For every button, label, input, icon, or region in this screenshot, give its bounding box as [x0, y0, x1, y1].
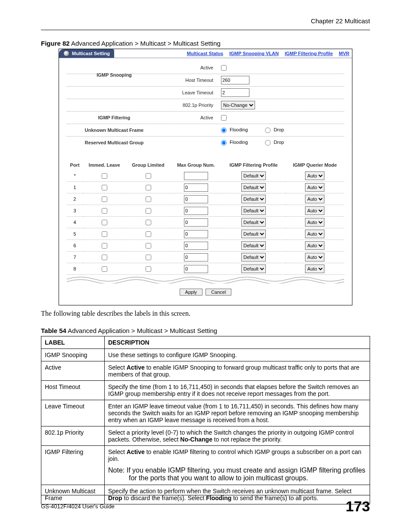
select-igmp-querier-mode[interactable]: Auto — [305, 206, 324, 215]
apply-button[interactable]: Apply — [180, 289, 203, 296]
desc-header-row: LABEL DESCRIPTION — [41, 336, 370, 349]
select-igmp-filtering-profile[interactable]: Default — [241, 171, 266, 180]
cell-description: Specify the time (from 1 to 16,711,450) … — [105, 381, 370, 400]
select-igmp-querier-mode[interactable]: Auto — [305, 241, 324, 250]
input-max-group-num[interactable] — [184, 242, 208, 250]
checkbox-immed-leave[interactable] — [102, 266, 107, 272]
select-igmp-filtering-profile[interactable]: Default — [241, 230, 266, 238]
select-igmp-querier-mode[interactable]: Auto — [305, 230, 324, 238]
input-host-timeout[interactable] — [221, 76, 249, 84]
table-row: 802.1p PrioritySelect a priority level (… — [41, 426, 370, 446]
select-igmp-filtering-profile[interactable]: Default — [241, 183, 266, 192]
table-row: 5DefaultAuto — [67, 228, 344, 240]
input-leave-timeout[interactable] — [221, 88, 249, 97]
input-max-group-num[interactable] — [184, 195, 208, 203]
checkbox-group-limited[interactable] — [146, 208, 151, 214]
tab-links: Multicast Status IGMP Snooping VLAN IGMP… — [184, 49, 352, 58]
radio-reserved-drop[interactable]: Drop — [265, 140, 284, 146]
label-host-timeout: Host Timeout — [162, 78, 221, 83]
select-igmp-filtering-profile[interactable]: Default — [241, 241, 266, 250]
select-igmp-filtering-profile[interactable]: Default — [241, 218, 266, 227]
select-igmp-querier-mode[interactable]: Auto — [305, 218, 324, 227]
radio-label: Drop — [274, 127, 284, 132]
row-reserved-multicast-group: Reserved Multicast Group Flooding Drop — [67, 137, 344, 149]
select-igmp-querier-mode[interactable]: Auto — [305, 253, 324, 261]
cancel-button[interactable]: Cancel — [206, 289, 231, 296]
table-row: 6DefaultAuto — [67, 240, 344, 252]
page-number: 173 — [346, 498, 370, 515]
link-igmp-filtering-profile[interactable]: IGMP Filtering Profile — [285, 51, 333, 56]
checkbox-immed-leave[interactable] — [102, 185, 107, 190]
input-max-group-num[interactable] — [184, 207, 208, 215]
input-max-group-num[interactable] — [184, 230, 208, 238]
input-max-group-num[interactable] — [184, 265, 208, 273]
footer-guide-name: GS-4012F/4024 User's Guide — [41, 503, 115, 510]
input-max-group-num[interactable] — [184, 184, 208, 192]
checkbox-immed-leave[interactable] — [102, 255, 107, 260]
cell-label: Leave Timeout — [41, 400, 105, 426]
cell-port: 5 — [67, 228, 83, 240]
checkbox-immed-leave[interactable] — [102, 231, 107, 237]
select-8021p-priority[interactable]: No-Change — [221, 101, 255, 109]
checkbox-group-limited[interactable] — [146, 173, 151, 179]
cell-description: Select Active to enable IGMP Snooping to… — [105, 361, 370, 381]
checkbox-igmp-snooping-active[interactable] — [221, 65, 227, 71]
checkbox-group-limited[interactable] — [146, 196, 151, 202]
checkbox-group-limited[interactable] — [146, 243, 151, 249]
th-max-group-num: Max Group Num. — [170, 160, 221, 170]
checkbox-immed-leave[interactable] — [102, 243, 107, 249]
select-igmp-filtering-profile[interactable]: Default — [241, 264, 266, 273]
th-description: DESCRIPTION — [105, 336, 370, 349]
th-igmp-querier-mode: IGMP Querier Mode — [286, 160, 344, 170]
checkbox-group-limited[interactable] — [146, 231, 151, 237]
radio-reserved-flooding[interactable]: Flooding — [221, 140, 248, 146]
tab-multicast-setting[interactable]: Multicast Setting — [59, 49, 114, 58]
group-label-unknown-multicast: Unknown Multicast Frame — [67, 128, 162, 133]
table-row: IGMP FilteringSelect Active to enable IG… — [41, 446, 370, 485]
radio-unknown-flooding[interactable]: Flooding — [221, 127, 248, 133]
table-row: 8DefaultAuto — [67, 263, 344, 275]
select-igmp-querier-mode[interactable]: Auto — [305, 183, 324, 192]
ports-table: Port Immed. Leave Group Limited Max Grou… — [67, 160, 344, 275]
label-active: Active — [162, 65, 221, 70]
checkbox-igmp-filtering-active[interactable] — [221, 115, 227, 121]
select-igmp-filtering-profile[interactable]: Default — [241, 206, 266, 215]
table-row: Leave TimeoutEnter an IGMP leave timeout… — [41, 400, 370, 426]
th-igmp-filtering-profile: IGMP Filtering Profile — [221, 160, 285, 170]
checkbox-immed-leave[interactable] — [102, 173, 107, 179]
table-number: Table 54 — [41, 327, 66, 334]
select-igmp-querier-mode[interactable]: Auto — [305, 264, 324, 273]
checkbox-group-limited[interactable] — [146, 220, 151, 225]
select-igmp-filtering-profile[interactable]: Default — [241, 195, 266, 203]
cell-port: 2 — [67, 193, 83, 205]
input-max-group-num[interactable] — [184, 218, 208, 227]
label-leave-timeout: Leave Timeout — [162, 90, 221, 95]
checkbox-immed-leave[interactable] — [102, 196, 107, 202]
checkbox-group-limited[interactable] — [146, 185, 151, 190]
select-igmp-querier-mode[interactable]: Auto — [305, 195, 324, 203]
checkbox-group-limited[interactable] — [146, 255, 151, 260]
link-multicast-status[interactable]: Multicast Status — [187, 51, 223, 56]
th-label: LABEL — [41, 336, 105, 349]
link-igmp-snooping-vlan[interactable]: IGMP Snooping VLAN — [229, 51, 279, 56]
page-footer: GS-4012F/4024 User's Guide 173 — [41, 495, 370, 515]
cell-label: 802.1p Priority — [41, 426, 105, 446]
figure-number: Figure 82 — [41, 40, 70, 47]
radio-unknown-drop[interactable]: Drop — [265, 127, 284, 133]
checkbox-immed-leave[interactable] — [102, 208, 107, 214]
chapter-header: Chapter 22 Multicast — [41, 17, 370, 25]
cell-port: 8 — [67, 263, 83, 275]
description-table: LABEL DESCRIPTION IGMP SnoopingUse these… — [41, 336, 370, 504]
link-mvr[interactable]: MVR — [339, 51, 349, 56]
table-row: 1DefaultAuto — [67, 182, 344, 193]
group-label-igmp-filtering: IGMP Filtering — [67, 115, 162, 120]
input-max-group-num[interactable] — [184, 172, 208, 180]
tab-bar: Multicast Setting Multicast Status IGMP … — [59, 49, 352, 58]
select-igmp-filtering-profile[interactable]: Default — [241, 253, 266, 261]
select-igmp-querier-mode[interactable]: Auto — [305, 171, 324, 180]
checkbox-group-limited[interactable] — [146, 266, 151, 272]
input-max-group-num[interactable] — [184, 253, 208, 261]
cell-label: IGMP Snooping — [41, 349, 105, 361]
checkbox-immed-leave[interactable] — [102, 220, 107, 225]
radio-label: Flooding — [230, 140, 248, 145]
